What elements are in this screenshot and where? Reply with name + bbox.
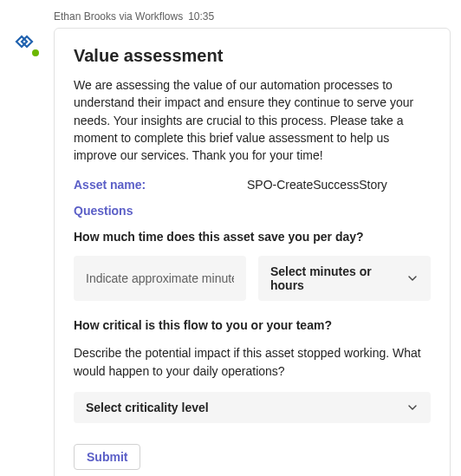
- sender-name: Ethan Brooks via Workflows: [54, 10, 183, 23]
- chevron-down-icon: [406, 272, 419, 284]
- adaptive-card: Value assessment We are assessing the va…: [54, 28, 451, 476]
- chevron-down-icon: [406, 401, 419, 414]
- message-header: Ethan Brooks via Workflows 10:35: [54, 10, 451, 23]
- presence-available-icon: [30, 48, 41, 58]
- card-description: We are assessing the value of our automa…: [74, 76, 431, 164]
- asset-name-value: SPO-CreateSuccessStory: [247, 178, 387, 192]
- avatar[interactable]: [10, 28, 43, 61]
- asset-name-label: Asset name:: [74, 178, 247, 192]
- asset-row: Asset name: SPO-CreateSuccessStory: [74, 178, 431, 192]
- question-2-text: How critical is this flow to you or your…: [74, 318, 431, 332]
- submit-button[interactable]: Submit: [74, 444, 140, 470]
- questions-label: Questions: [74, 204, 431, 218]
- message-timestamp: 10:35: [188, 10, 214, 23]
- question-1-text: How much time does this asset save you p…: [74, 230, 431, 244]
- criticality-select-label: Select criticality level: [86, 401, 209, 414]
- criticality-select[interactable]: Select criticality level: [74, 392, 431, 423]
- time-unit-select-label: Select minutes or hours: [270, 264, 406, 292]
- question-2-subtext: Describe the potential impact if this as…: [74, 344, 431, 380]
- card-title: Value assessment: [74, 46, 431, 66]
- time-unit-select[interactable]: Select minutes or hours: [258, 256, 431, 301]
- time-amount-input[interactable]: [74, 256, 246, 301]
